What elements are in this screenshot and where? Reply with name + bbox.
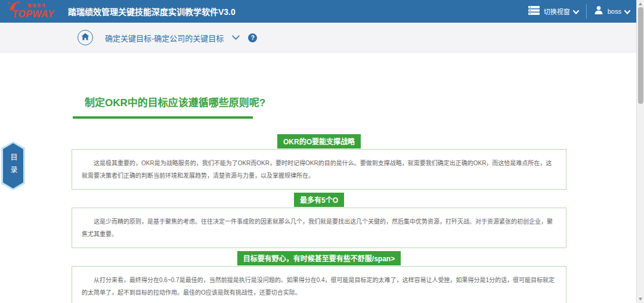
chevron-down-icon <box>624 6 630 17</box>
app-title: 踏瑞绩效管理关键技能深度实训教学软件V3.0 <box>68 5 236 17</box>
switch-window-button[interactable]: 切换视窗 <box>528 6 579 17</box>
toc-side-tab-inner: 目录 <box>3 143 23 188</box>
page-title: 制定OKR中的目标应该遵循哪些原则呢? <box>72 94 566 109</box>
content-section: 目标要有野心，有时候甚至要有些不舒服/span> 从打分来看，最终得分在0.6~… <box>72 251 566 303</box>
scroll-up-arrow-icon[interactable] <box>639 2 642 5</box>
topbar-divider <box>586 4 587 18</box>
switch-window-label: 切换视窗 <box>544 7 570 16</box>
brand-logo: 踏瑞软件 TOPWAY <box>4 0 58 23</box>
section-body-box: 这是少而精的原则，是基于聚焦的考虑。往往决定一件事成败的因素就那么几个，我们就是… <box>72 208 566 248</box>
sections-container: OKR的O要能支撑战略 这是极其重要的，OKR是为战略服务的，我们不能为了OKR… <box>72 134 566 303</box>
section-body-box: 从打分来看，最终得分在0.6~0.7是最佳的，当然前提是执行是没问题的。如果得分… <box>72 266 566 303</box>
help-icon[interactable]: ? <box>248 33 257 42</box>
chevron-down-icon <box>573 6 579 17</box>
scrollbar-thumb[interactable] <box>638 7 643 104</box>
top-bar: 踏瑞软件 TOPWAY 踏瑞绩效管理关键技能深度实训教学软件V3.0 切换视窗 <box>0 0 636 23</box>
username-label: boss <box>608 8 621 15</box>
breadcrumb-bar: 确定关键目标-确定公司的关键目标 ? <box>0 23 636 52</box>
topbar-actions: 切换视窗 boss <box>528 4 636 18</box>
breadcrumb: 确定关键目标-确定公司的关键目标 ? <box>78 30 636 45</box>
toc-label: 目录 <box>10 153 17 178</box>
section-body-text: 从打分来看，最终得分在0.6~0.7是最佳的，当然前提是执行是没问题的。如果得分… <box>82 274 556 299</box>
breadcrumb-label[interactable]: 确定关键目标-确定公司的关键目标 <box>105 32 224 44</box>
vertical-scrollbar[interactable] <box>636 0 644 303</box>
content-section: 最多有5个O 这是少而精的原则，是基于聚焦的考虑。往往决定一件事成败的因素就那么… <box>72 193 566 248</box>
title-underline <box>73 116 253 119</box>
toc-side-tab[interactable]: 目录 <box>1 141 25 190</box>
content-section: OKR的O要能支撑战略 这是极其重要的，OKR是为战略服务的，我们不能为了OKR… <box>72 134 566 190</box>
section-body-box: 这是极其重要的，OKR是为战略服务的，我们不能为了OKR而OKR，要时时记得OK… <box>72 149 566 190</box>
window-stack-icon <box>528 6 540 17</box>
user-icon <box>594 5 603 17</box>
scroll-down-arrow-icon[interactable] <box>639 298 642 301</box>
chevron-down-icon[interactable] <box>232 35 240 40</box>
home-button[interactable] <box>78 30 93 45</box>
user-menu-button[interactable]: boss <box>594 5 630 17</box>
brand-sub-label: 踏瑞软件 <box>27 2 47 8</box>
home-icon <box>81 32 89 43</box>
section-body-text: 这是少而精的原则，是基于聚焦的考虑。往往决定一件事成败的因素就那么几个，我们就是… <box>82 215 556 240</box>
section-heading-badge: 最多有5个O <box>294 193 344 207</box>
section-heading-badge: OKR的O要能支撑战略 <box>277 134 361 149</box>
main-content: 制定OKR中的目标应该遵循哪些原则呢? OKR的O要能支撑战略 这是极其重要的，… <box>72 52 566 303</box>
section-body-text: 这是极其重要的，OKR是为战略服务的，我们不能为了OKR而OKR，要时时记得OK… <box>82 157 556 182</box>
section-heading-badge: 目标要有野心，有时候甚至要有些不舒服/span> <box>237 251 401 265</box>
brand-name: TOPWAY <box>12 9 54 20</box>
